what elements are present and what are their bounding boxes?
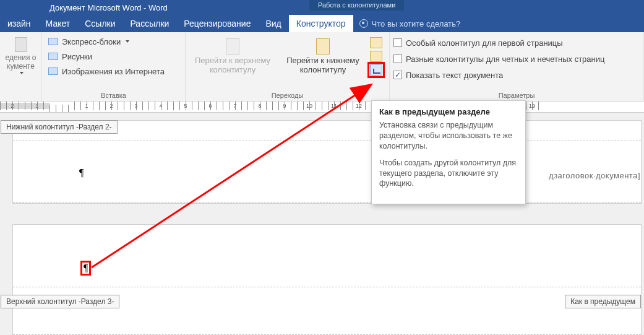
tab-review[interactable]: Рецензирование xyxy=(176,15,258,32)
group-options: Особый колонтитул для первой страницы Ра… xyxy=(390,32,644,101)
pictures-icon xyxy=(48,53,58,60)
prev-section-button[interactable] xyxy=(370,37,382,48)
page-2[interactable] xyxy=(12,224,642,335)
go-to-footer-button[interactable]: Перейти к нижнему колонтитулу xyxy=(280,36,366,74)
doc-info-button[interactable]: едения о кументе xyxy=(4,35,38,98)
pictures-button[interactable]: Рисунки xyxy=(46,50,181,63)
title-bar: Документ Microsoft Word - Word Работа с … xyxy=(0,0,644,15)
footer-tag-section2: Нижний колонтитул -Раздел 2- xyxy=(1,120,118,134)
ruler-tick: 11 xyxy=(322,103,346,109)
diff-first-page-checkbox[interactable]: Особый колонтитул для первой страницы xyxy=(393,36,640,50)
quick-parts-button[interactable]: Экспресс-блоки xyxy=(46,35,181,48)
pilcrow-mark: ¶ xyxy=(79,167,84,178)
header-tag-section3: Верхний колонтитул -Раздел 3- xyxy=(1,295,119,308)
nav-mini-column xyxy=(370,36,382,76)
ribbon-tab-row: изайн Макет Ссылки Рассылки Рецензирован… xyxy=(0,15,644,32)
go-to-header-label: Перейти к верхнему колонтитулу xyxy=(195,56,270,74)
ruler-tick: 9 xyxy=(272,103,297,109)
next-section-button[interactable] xyxy=(370,51,382,62)
dropdown-icon xyxy=(126,40,129,43)
go-to-header-icon xyxy=(226,38,239,54)
tell-me-search[interactable]: Что вы хотите сделать? xyxy=(359,15,461,32)
diff-odd-even-checkbox[interactable]: Разные колонтитулы для четных и нечетных… xyxy=(393,52,640,66)
tooltip-paragraph-2: Чтобы создать другой колонтитул для теку… xyxy=(379,158,518,189)
doc-info-label: едения о кументе xyxy=(6,53,36,71)
document-subtitle-field[interactable]: дзаголовок·документа] xyxy=(549,171,640,180)
ruler-tick: 5 xyxy=(173,103,198,109)
link-to-previous-button[interactable] xyxy=(370,64,382,76)
tab-layout[interactable]: Макет xyxy=(38,15,78,32)
checkbox-icon xyxy=(393,54,402,63)
window-title: Документ Microsoft Word - Word xyxy=(49,3,168,12)
contextual-tab-group: Работа с колонтитулами xyxy=(309,0,404,11)
group-label-insert: Вставка xyxy=(46,90,181,101)
online-pictures-label: Изображения из Интернета xyxy=(62,67,165,76)
go-to-footer-label: Перейти к нижнему колонтитулу xyxy=(286,56,359,74)
tab-view[interactable]: Вид xyxy=(258,15,288,32)
go-to-footer-icon xyxy=(316,38,330,54)
ruler-tick: 1 xyxy=(74,103,99,109)
diff-odd-even-label: Разные колонтитулы для четных и нечетных… xyxy=(406,54,604,64)
pictures-label: Рисунки xyxy=(62,52,92,61)
ruler-tick: 12 xyxy=(346,103,371,109)
tab-constructor[interactable]: Конструктор xyxy=(289,15,353,32)
group-navigation: Перейти к верхнему колонтитулу Перейти к… xyxy=(186,32,390,101)
horizontal-ruler[interactable]: 2112345678910111213141516171819 xyxy=(0,102,644,113)
tab-references[interactable]: Ссылки xyxy=(77,15,122,32)
tooltip-title: Как в предыдущем разделе xyxy=(379,107,518,116)
group-label-options: Параметры xyxy=(393,90,640,101)
group-insert: Экспресс-блоки Рисунки Изображения из Ин… xyxy=(42,32,186,101)
lightbulb-icon xyxy=(359,19,368,28)
document-area: Нижний колонтитул -Раздел 2- Верхний кол… xyxy=(0,113,644,335)
doc-info-icon xyxy=(15,37,27,52)
show-doc-text-checkbox[interactable]: Показать текст документа xyxy=(393,68,640,82)
same-as-previous-tag: Как в предыдущем xyxy=(565,295,641,308)
diff-first-label: Особый колонтитул для первой страницы xyxy=(406,38,563,48)
ribbon: едения о кументе Экспресс-блоки Рисунки … xyxy=(0,32,644,102)
dropdown-icon xyxy=(20,72,24,74)
tab-mailings[interactable]: Рассылки xyxy=(123,15,177,32)
show-doc-text-label: Показать текст документа xyxy=(406,71,503,80)
ruler-tick: 2 xyxy=(0,103,25,109)
ruler-tick: 10 xyxy=(297,103,322,109)
pilcrow-mark-cursor: ¶ xyxy=(82,263,89,274)
header-region-s3[interactable] xyxy=(13,287,641,335)
ruler-tick: 7 xyxy=(223,103,247,109)
group-label-nav: Переходы xyxy=(189,90,385,101)
ruler-tick: 2 xyxy=(99,103,124,109)
group-label xyxy=(4,98,38,101)
tab-design[interactable]: изайн xyxy=(0,15,38,32)
online-pictures-button[interactable]: Изображения из Интернета xyxy=(46,64,181,78)
ruler-tick: 8 xyxy=(247,103,272,109)
quick-parts-icon xyxy=(48,38,58,45)
go-to-header-button[interactable]: Перейти к верхнему колонтитулу xyxy=(189,36,276,74)
group-docinfo: едения о кументе xyxy=(0,32,42,101)
tell-me-placeholder: Что вы хотите сделать? xyxy=(372,19,461,28)
checkbox-icon xyxy=(393,71,402,79)
ruler-tick: 1 xyxy=(25,103,49,109)
quick-parts-label: Экспресс-блоки xyxy=(62,37,121,46)
online-pictures-icon xyxy=(48,67,58,75)
footer-region-s2[interactable] xyxy=(13,141,641,203)
checkbox-icon xyxy=(393,38,402,47)
ruler-tick: 3 xyxy=(124,103,148,109)
tooltip-paragraph-1: Установка связи с предыдущим разделом, ч… xyxy=(379,120,518,152)
link-to-previous-tooltip: Как в предыдущем разделе Установка связи… xyxy=(371,100,526,204)
ruler-tick: 4 xyxy=(148,103,173,109)
ruler-tick: 6 xyxy=(198,103,223,109)
